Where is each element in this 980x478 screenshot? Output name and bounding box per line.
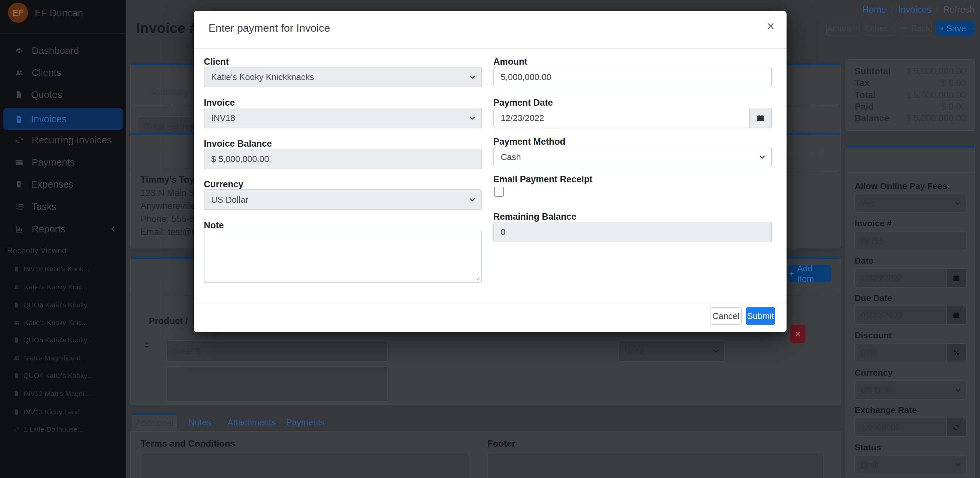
field-value: Yes [861,199,874,208]
recent-item-label: INV12 Matt's Magni... [23,390,90,398]
tab-payments[interactable]: Payments [286,417,325,428]
footer-textarea[interactable] [487,453,824,478]
modal-currency-label: Currency [204,179,243,190]
email-receipt-label: Email Payment Receipt [493,174,592,185]
recent-item[interactable]: INV13 Kiddy Land [0,407,126,417]
recent-item[interactable]: QUO5 Katie's Kooky... [0,335,126,345]
sidebar-item-label: Payments [32,157,75,168]
note-textarea[interactable] [204,231,482,283]
add-item-button[interactable]: Add Item [789,265,831,282]
tab-additional[interactable]: Additional [132,413,177,431]
sidebar-item-label: Quotes [31,89,62,100]
invoice-balance-label: Invoice Balance [204,139,272,149]
sidebar-divider [0,33,126,34]
recent-item[interactable]: 1 Little Dollhouse... [0,425,126,434]
allow-online-pay-fees-select[interactable]: Yes [854,194,967,213]
invoice-number-input[interactable]: INV18 [854,231,967,250]
discount-value: 0.00 [855,344,946,362]
other-button[interactable]: Other [865,21,895,36]
recent-item[interactable]: INV18 Katie's Kook... [0,264,126,274]
modal-title: Enter payment for Invoice [208,22,330,34]
file-icon [13,302,19,308]
invoice-balance-value: $ 5,000,000.00 [211,154,269,164]
email-receipt-checkbox[interactable] [494,187,504,197]
invoice-select[interactable]: INV18 [204,108,482,128]
save-button[interactable]: Save [936,21,975,36]
recent-item[interactable]: Matt's Magnificent... [0,353,126,363]
sidebar-item-payments[interactable]: Payments [3,151,123,173]
recent-item[interactable]: QUO6 Katie's Kooky... [0,300,126,310]
caret-down-icon[interactable] [972,26,975,31]
tab-summary[interactable]: Summary [149,87,189,97]
tab-notes[interactable]: Notes [188,417,211,428]
recent-item[interactable]: INV12 Matt's Magni... [0,389,126,399]
credit-card-icon [15,158,24,167]
field-value: Draft [861,460,878,470]
field-label: Allow Online Pay Fees: [854,181,950,191]
sidebar-item-clients[interactable]: Clients [3,62,123,84]
breadcrumb-current: Refresh [943,5,975,15]
sidebar-item-expenses[interactable]: $ Expenses [3,173,123,195]
due-date-input-group[interactable]: 01/22/2023 [854,306,967,325]
breadcrumb-separator: / [891,5,894,15]
amount-input[interactable]: 5,000,000.00 [493,67,772,87]
sidebar-item-invoices[interactable]: Invoices [3,108,123,130]
tab-label: Notes [188,417,211,427]
terms-label: Terms and Conditions [141,439,235,449]
invoice-value: INV18 [211,113,235,123]
options-title: Options [854,152,889,164]
breadcrumb-home-link[interactable]: Home [862,5,886,15]
recent-item-label: Matt's Magnificent... [24,354,86,362]
item-tax-select[interactable]: None [619,340,725,362]
refresh-button[interactable] [946,418,966,436]
recent-item[interactable]: Katie's Kooky Knic... [0,282,126,292]
sidebar-item-label: Reports [32,224,66,235]
resize-handle-icon[interactable] [475,276,480,281]
recent-item[interactable]: Katie's Kooky Knic... [0,318,126,327]
amount-label: Amount [493,57,527,67]
exchange-rate-input-group[interactable]: 1.0000000 [854,418,967,437]
discount-input-group[interactable]: 0.00 [854,343,967,362]
payment-date-input[interactable]: 12/23/2022 [494,108,749,128]
payment-method-select[interactable]: Cash [493,147,772,167]
calendar-button[interactable] [946,269,966,287]
breadcrumb-invoices-link[interactable]: Invoices [898,5,931,15]
calendar-button[interactable] [946,306,966,324]
sidebar-item-recurring-invoices[interactable]: Recurring Invoices [3,129,123,151]
file-icon [13,337,19,343]
tab-attachments[interactable]: Attachments [228,417,276,428]
sidebar-item-quotes[interactable]: Quotes [3,84,123,106]
file-invoice-icon [15,115,23,123]
close-icon[interactable]: × [767,19,775,33]
recent-item[interactable]: QUO4 Katie's Kooky... [0,371,126,380]
remaining-balance-label: Remaining Balance [493,212,576,222]
chevron-down-icon [759,153,766,161]
invoice-balance-input: $ 5,000,000.00 [204,149,482,169]
field-label: Discount [854,330,892,341]
delete-item-button[interactable] [790,325,805,343]
footer-label: Footer [487,439,515,449]
currency-select[interactable]: US Dollar [854,380,967,400]
receipt-icon: $ [15,180,23,189]
sidebar-item-tasks[interactable]: Tasks [3,196,123,218]
client-label: Client [204,57,229,67]
submit-button[interactable]: Submit [746,307,775,325]
item-description-textarea[interactable] [166,366,388,402]
item-product-input[interactable]: Great B [166,340,388,362]
sidebar-item-reports[interactable]: Reports [3,218,123,240]
edit-client-button[interactable]: Edit [803,143,832,164]
action-button[interactable]: Action [826,21,859,36]
avatar[interactable]: EF [8,3,28,23]
calendar-button[interactable] [749,108,771,128]
terms-textarea[interactable] [141,453,469,478]
cancel-button[interactable]: Cancel [710,307,742,325]
modal-currency-select[interactable]: US Dollar [204,189,482,210]
sidebar-item-label: Dashboard [32,45,79,56]
status-select[interactable]: Draft [854,455,967,474]
drag-handle-icon[interactable] [142,340,151,350]
tab-label: Payments [286,417,325,427]
client-select[interactable]: Katie's Kooky Knickknacks [204,67,482,87]
sidebar-item-dashboard[interactable]: Dashboard [3,40,123,62]
back-button[interactable]: Back [900,21,932,36]
date-input-group[interactable]: 12/23/2022 [854,268,967,287]
